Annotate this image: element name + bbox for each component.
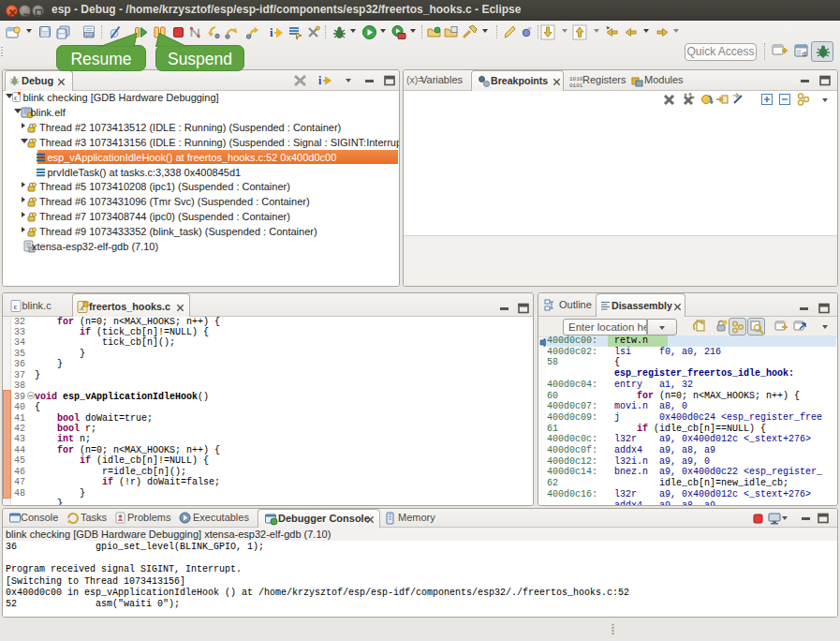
svg-text:c: c [14, 94, 18, 102]
svg-text:101: 101 [85, 33, 94, 37]
svg-text:i: i [270, 25, 273, 39]
svg-text:0101: 0101 [569, 82, 583, 89]
svg-text:di: di [803, 51, 807, 57]
svg-text:c: c [14, 302, 18, 311]
svg-text:i: i [318, 74, 322, 87]
